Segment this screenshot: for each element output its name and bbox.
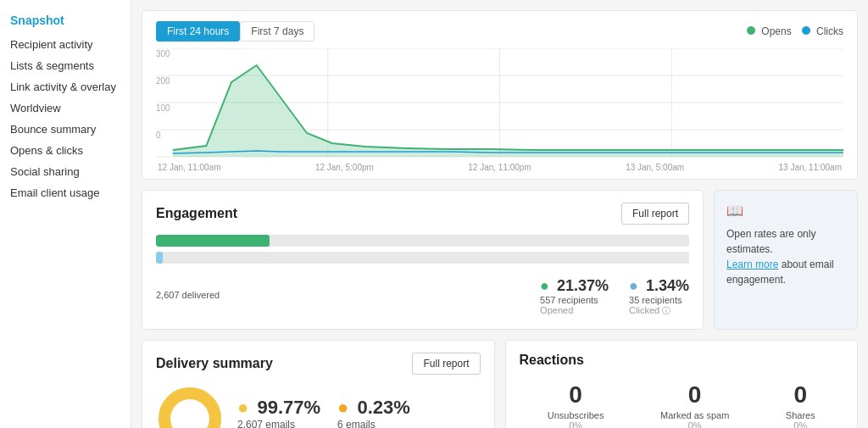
donut-section: ● 99.77% 2,607 emails Delivered ● 0.23% … xyxy=(156,385,481,428)
bounced-pct: ● 0.23% xyxy=(337,397,410,419)
sidebar-item-lists-segments[interactable]: Lists & segments xyxy=(0,55,131,76)
chart-svg: 300 200 100 0 xyxy=(156,48,843,158)
sidebar-title: Snapshot xyxy=(0,10,131,34)
reactions-title: Reactions xyxy=(520,353,584,368)
clicks-bar-row xyxy=(156,252,689,264)
spam-label: Marked as spam xyxy=(660,410,729,420)
svg-text:0: 0 xyxy=(156,131,161,140)
clicks-bar-fill xyxy=(156,252,163,264)
clicks-pct: ● 1.34% xyxy=(629,277,689,295)
chart-svg-container: 300 200 100 0 12 Jan, 11:00am 12 Jan, 5:… xyxy=(156,48,843,172)
engagement-full-report-button[interactable]: Full report xyxy=(621,203,689,225)
delivery-full-report-button[interactable]: Full report xyxy=(412,353,480,375)
opens-bar-fill xyxy=(156,235,270,247)
stat-row: ● 21.37% 557 recipients Opened ● 1.34% 3… xyxy=(540,277,689,317)
opens-bar-row xyxy=(156,235,689,247)
clicks-stat: ● 1.34% 35 recipients Clicked ⓘ xyxy=(629,277,689,317)
opens-stat: ● 21.37% 557 recipients Opened xyxy=(540,277,609,317)
sidebar-item-email-client-usage[interactable]: Email client usage xyxy=(0,182,131,203)
delivered-dot: ● xyxy=(237,397,248,418)
learn-more-link[interactable]: Learn more xyxy=(726,258,778,270)
main-content: First 24 hours First 7 days Opens Clicks xyxy=(131,0,868,428)
unsubscribes-count: 0 xyxy=(569,381,582,409)
unsubscribes-pct: 0% xyxy=(569,420,582,428)
engagement-row: Engagement Full report 2,607 delivered xyxy=(142,190,858,330)
info-box: 📖 Open rates are only estimates. Learn m… xyxy=(714,190,858,330)
clicks-recipients: 35 recipients xyxy=(629,295,689,305)
bar-section xyxy=(156,235,689,264)
clicks-bar-track xyxy=(156,252,689,264)
bounced-dot: ● xyxy=(337,397,348,418)
opens-legend-dot xyxy=(747,26,755,35)
unsubscribes-label: Unsubscribes xyxy=(548,410,604,420)
delivery-title: Delivery summary xyxy=(156,356,273,371)
engagement-card: Engagement Full report 2,607 delivered xyxy=(142,190,704,330)
shares-label: Shares xyxy=(786,410,815,420)
tab-7d[interactable]: First 7 days xyxy=(240,21,314,42)
clicks-info-icon[interactable]: ⓘ xyxy=(662,306,670,315)
opens-label: Opened xyxy=(540,305,609,315)
reactions-stats: 0 Unsubscribes 0% 0 Marked as spam 0% 0 … xyxy=(520,381,844,428)
delivered-pct: ● 99.77% xyxy=(237,397,320,419)
x-label-3: 13 Jan, 5:00am xyxy=(626,163,684,172)
chart-legend: Opens Clicks xyxy=(747,25,843,37)
sidebar-item-bounce-summary[interactable]: Bounce summary xyxy=(0,119,131,140)
sidebar-item-recipient-activity[interactable]: Recipient activity xyxy=(0,34,131,55)
x-label-0: 12 Jan, 11:00am xyxy=(158,163,221,172)
clicks-label: Clicked ⓘ xyxy=(629,305,689,317)
x-label-2: 12 Jan, 11:00pm xyxy=(468,163,531,172)
engagement-title: Engagement xyxy=(156,206,237,221)
unsubscribes-item: 0 Unsubscribes 0% xyxy=(548,381,604,428)
svg-text:300: 300 xyxy=(156,49,170,58)
opens-bar-track xyxy=(156,235,689,247)
clicks-legend-label: Clicks xyxy=(816,25,843,37)
spam-pct: 0% xyxy=(688,420,702,428)
opens-legend: Opens xyxy=(747,25,792,37)
reactions-header: Reactions xyxy=(520,353,844,368)
opens-recipients: 557 recipients xyxy=(540,295,609,305)
opens-dot: ● xyxy=(540,277,549,294)
x-label-1: 12 Jan, 5:00pm xyxy=(315,163,374,172)
opens-pct: ● 21.37% xyxy=(540,277,609,295)
shares-count: 0 xyxy=(794,381,808,409)
chart-card: First 24 hours First 7 days Opens Clicks xyxy=(142,10,858,180)
sidebar-item-social-sharing[interactable]: Social sharing xyxy=(0,161,131,182)
delivered-label: 2,607 delivered xyxy=(156,290,220,300)
chart-x-labels: 12 Jan, 11:00am 12 Jan, 5:00pm 12 Jan, 1… xyxy=(156,163,843,172)
bounced-stat: ● 0.23% 6 emails Bounced xyxy=(337,397,410,428)
reactions-card: Reactions 0 Unsubscribes 0% 0 Marked as … xyxy=(505,340,859,428)
sidebar-item-opens-clicks[interactable]: Opens & clicks xyxy=(0,140,131,161)
bottom-row: Delivery summary Full report ● 99.77% xyxy=(142,340,858,428)
clicks-legend: Clicks xyxy=(802,25,843,37)
spam-item: 0 Marked as spam 0% xyxy=(660,381,729,428)
donut-chart xyxy=(156,385,224,428)
shares-item: 0 Shares 0% xyxy=(786,381,815,428)
delivered-stat: ● 99.77% 2,607 emails Delivered xyxy=(237,397,320,428)
clicks-dot: ● xyxy=(629,277,638,294)
delivery-stats: ● 99.77% 2,607 emails Delivered ● 0.23% … xyxy=(237,397,410,428)
clicks-legend-dot xyxy=(802,26,810,35)
shares-pct: 0% xyxy=(793,420,807,428)
tab-24h[interactable]: First 24 hours xyxy=(156,21,240,42)
sidebar-item-worldview[interactable]: Worldview xyxy=(0,97,131,119)
x-label-4: 13 Jan, 11:00am xyxy=(779,163,843,172)
engagement-header: Engagement Full report xyxy=(156,203,689,225)
book-icon: 📖 xyxy=(726,201,845,221)
sidebar-item-link-activity-overlay[interactable]: Link activity & overlay xyxy=(0,76,131,97)
chart-tabs: First 24 hours First 7 days Opens Clicks xyxy=(156,21,843,42)
sidebar: Snapshot Recipient activity Lists & segm… xyxy=(0,0,131,428)
spam-count: 0 xyxy=(688,381,702,409)
delivered-count: 2,607 emails xyxy=(237,419,320,428)
svg-text:200: 200 xyxy=(156,76,170,86)
svg-text:100: 100 xyxy=(156,103,170,113)
bounced-count: 6 emails xyxy=(337,419,410,428)
delivery-header: Delivery summary Full report xyxy=(156,353,481,375)
delivery-card: Delivery summary Full report ● 99.77% xyxy=(142,340,495,428)
opens-legend-label: Opens xyxy=(761,25,791,37)
